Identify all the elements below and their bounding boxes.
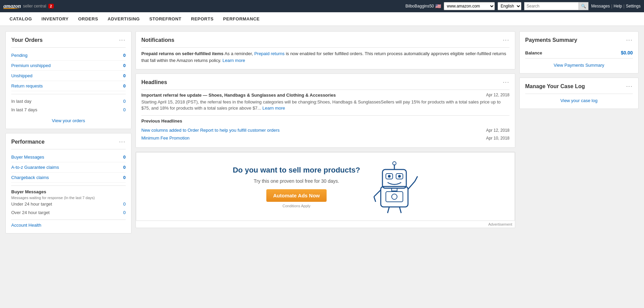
ad-subtext: Try this one proven tool free for 30 day… <box>233 178 360 184</box>
perf-buyer-messages-link[interactable]: Buyer Messages <box>11 155 44 160</box>
ad-text-area: Do you want to sell more products? Try t… <box>233 165 360 208</box>
logo: amazon <box>3 3 21 9</box>
case-log-title: Manage Your Case Log <box>525 83 585 90</box>
orders-widget: Your Orders ··· Pending 0 Premium unship… <box>5 31 131 129</box>
notification-badge[interactable]: 2 <box>48 4 54 9</box>
ad-widget-content: Do you want to sell more products? Try t… <box>136 152 515 221</box>
language-select[interactable]: English <box>498 2 521 10</box>
prev-headline-1-link[interactable]: New columns added to Order Report to hel… <box>141 128 280 133</box>
order-lastday-value: 0 <box>123 99 126 104</box>
main-content: Your Orders ··· Pending 0 Premium unship… <box>0 26 644 308</box>
notification-intro: As a reminder, <box>224 51 254 56</box>
learn-more-link[interactable]: Learn more <box>222 58 245 63</box>
top-bar: amazon seller central 2 BilboBaggins50 🇺… <box>0 0 644 12</box>
notification-strong: Prepaid returns on seller-fulfilled item… <box>141 51 223 56</box>
order-premium-link[interactable]: Premium unshipped <box>11 63 51 68</box>
nav-bar: CATALOG INVENTORY ORDERS ADVERTISING STO… <box>0 12 644 26</box>
account-health-link[interactable]: Account Health <box>11 223 41 228</box>
perf-buyer-messages-row: Buyer Messages 0 <box>11 152 126 162</box>
perf-chargeback-row: Chargeback claims 0 <box>11 173 126 183</box>
ad-widget: Do you want to sell more products? Try t… <box>136 152 515 228</box>
ad-headline: Do you want to sell more products? <box>233 165 360 175</box>
main-headline-body-text: Starting April 15, 2018 (PST), the refer… <box>141 99 501 111</box>
order-pending-row: Pending 0 <box>11 50 126 61</box>
svg-point-10 <box>392 194 397 199</box>
payments-menu[interactable]: ··· <box>626 37 633 43</box>
payments-widget: Payments Summary ··· Balance $0.00 View … <box>519 31 639 74</box>
help-link[interactable]: Help <box>614 4 622 9</box>
settings-link[interactable]: Settings <box>626 4 641 9</box>
user-info: BilboBaggins50 🇺🇸 <box>406 3 441 9</box>
over24-label: Over 24 hour target <box>11 210 50 215</box>
notifications-widget: Notifications ··· Prepaid returns on sel… <box>136 31 515 69</box>
main-headline-body: Starting April 15, 2018 (PST), the refer… <box>141 99 509 111</box>
view-payments-link[interactable]: View Payments Summary <box>554 63 604 68</box>
nav-inventory[interactable]: INVENTORY <box>37 14 73 24</box>
view-orders-link-container: View your orders <box>11 118 126 123</box>
messages-link[interactable]: Messages <box>591 4 610 9</box>
perf-chargeback-count: 0 <box>123 175 126 180</box>
under24-value: 0 <box>123 201 126 207</box>
divider2: | <box>624 4 625 9</box>
nav-performance[interactable]: PERFORMANCE <box>219 14 264 24</box>
right-column: Payments Summary ··· Balance $0.00 View … <box>519 31 639 303</box>
case-log-menu[interactable]: ··· <box>626 83 633 90</box>
view-case-log-link[interactable]: View your case log <box>561 98 598 103</box>
order-unshipped-count: 0 <box>123 73 126 78</box>
search-button[interactable]: 🔍 <box>579 2 588 10</box>
nav-orders[interactable]: ORDERS <box>74 14 102 24</box>
case-log-header: Manage Your Case Log ··· <box>525 83 633 90</box>
under24-label: Under 24 hour target <box>11 201 52 207</box>
order-lastday-label: In last day <box>11 99 31 104</box>
orders-widget-title: Your Orders <box>11 37 43 43</box>
perf-buyer-messages-count: 0 <box>123 155 126 160</box>
automate-ads-button[interactable]: Automate Ads Now <box>266 189 327 202</box>
view-orders-link[interactable]: View your orders <box>52 118 85 123</box>
headlines-menu[interactable]: ··· <box>503 79 509 85</box>
perf-atoz-link[interactable]: A-to-z Guarantee claims <box>11 165 59 170</box>
notifications-menu[interactable]: ··· <box>503 37 509 43</box>
orders-widget-menu[interactable]: ··· <box>119 37 126 43</box>
divider: | <box>611 4 612 9</box>
svg-rect-9 <box>386 192 403 202</box>
search-input[interactable] <box>524 2 579 10</box>
order-last7-value: 0 <box>123 107 126 112</box>
prev-headline-2-link[interactable]: Minimum Fee Promotion <box>141 135 190 141</box>
svg-point-7 <box>398 175 401 178</box>
svg-point-6 <box>388 175 391 178</box>
notification-body: Prepaid returns on seller-fulfilled item… <box>141 50 509 64</box>
svg-line-16 <box>399 207 401 213</box>
nav-advertising[interactable]: ADVERTISING <box>104 14 144 24</box>
main-headline-date: Apr 12, 2018 <box>486 93 509 97</box>
nav-storefront[interactable]: STOREFRONT <box>145 14 185 24</box>
order-lastday-row: In last day 0 <box>11 97 126 106</box>
headlines-header: Headlines ··· <box>141 79 509 85</box>
flag-icon: 🇺🇸 <box>435 3 441 9</box>
order-return-link[interactable]: Return requests <box>11 83 43 88</box>
nav-catalog[interactable]: CATALOG <box>5 14 36 24</box>
balance-label: Balance <box>525 50 542 55</box>
headlines-widget: Headlines ··· Important referral fee upd… <box>136 74 515 148</box>
notifications-title: Notifications <box>141 37 174 43</box>
headline-learn-more[interactable]: Learn more <box>263 106 285 111</box>
domain-select[interactable]: www.amazon.com <box>444 2 495 10</box>
prev-headline-1: New columns added to Order Report to hel… <box>141 126 509 134</box>
center-column: Notifications ··· Prepaid returns on sel… <box>136 31 515 303</box>
order-unshipped-row: Unshipped 0 <box>11 71 126 81</box>
main-headline-row: Important referral fee update — Shoes, H… <box>141 93 509 98</box>
perf-atoz-count: 0 <box>123 165 126 170</box>
svg-line-12 <box>374 197 376 202</box>
main-headline: Important referral fee update — Shoes, H… <box>141 93 509 111</box>
perf-chargeback-link[interactable]: Chargeback claims <box>11 175 49 180</box>
performance-widget: Performance ··· Buyer Messages 0 A-to-z … <box>5 133 131 233</box>
payments-title: Payments Summary <box>525 37 577 43</box>
nav-reports[interactable]: REPORTS <box>187 14 218 24</box>
orders-widget-header: Your Orders ··· <box>11 37 126 43</box>
view-case-log-link-container: View your case log <box>525 98 633 103</box>
perf-atoz-row: A-to-z Guarantee claims 0 <box>11 162 126 173</box>
prepaid-returns-link[interactable]: Prepaid returns <box>254 51 285 56</box>
order-unshipped-link[interactable]: Unshipped <box>11 73 32 78</box>
order-pending-link[interactable]: Pending <box>11 53 28 58</box>
performance-widget-menu[interactable]: ··· <box>119 139 126 145</box>
svg-rect-0 <box>381 187 408 207</box>
